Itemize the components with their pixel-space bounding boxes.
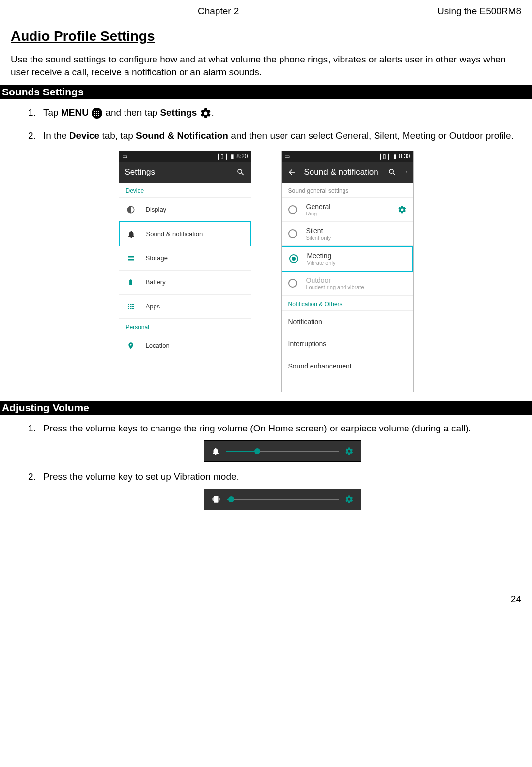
profile-outdoor[interactable]: Outdoor Loudest ring and vibrate xyxy=(282,272,413,296)
row-label: Storage xyxy=(146,254,168,262)
page-number: 24 xyxy=(11,594,521,605)
sound-title: Sound & notification xyxy=(304,167,378,177)
bell-icon xyxy=(126,229,136,239)
overflow-icon[interactable] xyxy=(405,168,407,177)
vibrate-icon: ❙▯❙ xyxy=(378,153,391,160)
phone-settings: ▭ ❙▯❙ ▮ 8:20 Settings Device Display xyxy=(119,151,251,392)
back-rect-icon: ▭ xyxy=(284,153,290,160)
step-2-2: Press the volume key to set up Vibration… xyxy=(38,469,521,510)
row-location[interactable]: Location xyxy=(119,334,251,358)
gear-icon[interactable] xyxy=(398,205,407,214)
row-label: Location xyxy=(146,342,170,349)
page-title: Audio Profile Settings xyxy=(11,29,521,44)
row-sound[interactable]: Sound & notification xyxy=(119,221,251,247)
settings-title: Settings xyxy=(125,167,155,177)
row-label: Apps xyxy=(146,303,160,310)
row-notification[interactable]: Notification xyxy=(282,311,413,333)
slider-track[interactable] xyxy=(227,499,339,500)
back-rect-icon: ▭ xyxy=(122,153,127,160)
clock: 8:20 xyxy=(236,153,248,160)
row-label: Battery xyxy=(146,278,166,286)
profile-meeting[interactable]: Meeting Vibrate only xyxy=(282,246,413,272)
profile-general[interactable]: General Ring xyxy=(282,198,413,222)
vibrate-icon: ❙▯❙ xyxy=(216,153,229,160)
section-device: Device xyxy=(119,183,251,198)
vibrate-icon xyxy=(211,495,221,504)
search-icon[interactable] xyxy=(388,168,397,177)
steps-list-2: Press the volume keys to change the ring… xyxy=(11,421,521,511)
row-interruptions[interactable]: Interruptions xyxy=(282,333,413,355)
step-2-1: Press the volume keys to change the ring… xyxy=(38,421,521,462)
radio-icon xyxy=(289,254,298,263)
battery-icon: ▮ xyxy=(231,153,234,160)
slider-track[interactable] xyxy=(226,451,339,452)
profile-silent[interactable]: Silent Silent only xyxy=(282,222,413,246)
gear-icon[interactable] xyxy=(345,495,354,504)
clock: 8:30 xyxy=(399,153,410,160)
intro-paragraph: Use the sound settings to configure how … xyxy=(11,53,521,78)
title-bar: Sound & notification xyxy=(282,162,413,183)
row-enhancement[interactable]: Sound enhancement xyxy=(282,355,413,377)
step-1-2: In the Device tab, tap Sound & Notificat… xyxy=(38,128,521,144)
steps-list-1: Tap MENU and then tap Settings . In the … xyxy=(11,105,521,144)
storage-icon xyxy=(126,253,136,263)
radio-icon xyxy=(288,205,297,214)
slider-thumb[interactable] xyxy=(228,496,234,502)
section-bar-adjusting: Adjusting Volume xyxy=(0,401,532,415)
section-bar-sounds: Sounds Settings xyxy=(0,85,532,99)
title-bar: Settings xyxy=(119,162,251,183)
location-icon xyxy=(126,341,136,351)
battery-icon xyxy=(126,277,136,287)
volume-bar-vibrate[interactable] xyxy=(204,489,361,510)
device-label: Using the E500RM8 xyxy=(438,6,521,17)
row-battery[interactable]: Battery xyxy=(119,271,251,295)
row-display[interactable]: Display xyxy=(119,198,251,222)
step-1-1: Tap MENU and then tap Settings . xyxy=(38,105,521,121)
row-label: Display xyxy=(146,206,167,213)
slider-thumb[interactable] xyxy=(254,448,260,454)
apps-icon xyxy=(126,302,136,311)
bell-icon xyxy=(211,447,220,456)
radio-icon xyxy=(288,279,297,288)
phone-sound: ▭ ❙▯❙ ▮ 8:30 Sound & notification xyxy=(281,151,414,392)
menu-icon xyxy=(91,107,103,119)
gear-icon xyxy=(200,107,212,119)
status-bar: ▭ ❙▯❙ ▮ 8:30 xyxy=(282,151,413,162)
row-label: Sound & notification xyxy=(146,230,203,238)
volume-bar-ring[interactable] xyxy=(204,440,361,462)
status-bar: ▭ ❙▯❙ ▮ 8:20 xyxy=(119,151,251,162)
screenshots-row: ▭ ❙▯❙ ▮ 8:20 Settings Device Display xyxy=(11,151,521,392)
section-other: Notification & Others xyxy=(282,296,413,311)
search-icon[interactable] xyxy=(236,168,245,177)
section-personal: Personal xyxy=(119,319,251,334)
section-general: Sound general settings xyxy=(282,183,413,198)
radio-icon xyxy=(288,229,297,238)
display-icon xyxy=(126,205,136,215)
battery-icon: ▮ xyxy=(393,153,397,160)
row-storage[interactable]: Storage xyxy=(119,246,251,271)
chapter-label: Chapter 2 xyxy=(198,6,239,17)
row-apps[interactable]: Apps xyxy=(119,295,251,319)
page-header: Chapter 2 Using the E500RM8 xyxy=(11,6,521,17)
back-arrow-icon[interactable] xyxy=(287,168,296,177)
gear-icon[interactable] xyxy=(345,447,354,456)
